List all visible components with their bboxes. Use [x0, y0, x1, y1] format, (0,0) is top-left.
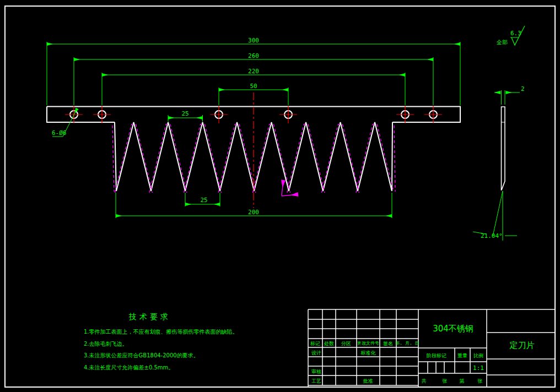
dim-tooth-pitch-bottom: 25	[200, 197, 207, 204]
sheet-total-unit: 张	[443, 378, 448, 384]
sheet-no-unit: 张	[478, 378, 483, 384]
dim-edge-angle: 21.04°	[481, 232, 503, 239]
scale-label: 比例	[473, 353, 483, 358]
rev-header-signature: 签名	[383, 341, 393, 346]
tech-req-item: 2.去除毛刺飞边。	[84, 341, 128, 347]
rev-header-mark: 标记	[310, 341, 320, 346]
dim-center-span: 50	[250, 83, 257, 90]
roughness-value: 6.3	[510, 30, 521, 37]
rev-header-docno: 更改文件号	[357, 341, 379, 346]
roughness-scope: 全部	[496, 39, 508, 45]
dim-tooth-span: 200	[248, 209, 259, 216]
dim-hole-span-inner: 220	[248, 68, 259, 75]
sheet-no-label: 第	[460, 378, 465, 384]
role-standardization: 标准化	[360, 350, 376, 356]
tech-req-item: 3.未注形状公差应符合GB1804-2000的要求。	[84, 352, 199, 358]
cad-drawing-page: 300 260 220 50 25 25 200 6-Ø6 2	[0, 0, 560, 392]
rev-header-count: 处数	[324, 341, 334, 346]
weight-label: 重量	[457, 353, 467, 358]
thickness-dim	[494, 90, 520, 105]
scale-value: 1:1	[473, 364, 484, 372]
side-view: 2 21.04°	[473, 85, 525, 241]
surface-finish-note: 6.3 全部	[496, 26, 525, 45]
tech-req-item: 1.零件加工表面上，不应有划痕、擦伤等损伤零件表面的缺陷。	[84, 329, 238, 335]
side-view-outline	[502, 107, 505, 190]
dim-hole-span-outer: 260	[248, 52, 259, 59]
rev-header-date: 年. 月. 日	[395, 341, 419, 346]
part-name: 定刀片	[509, 340, 535, 350]
stage-mark-label: 阶段标记	[427, 353, 446, 358]
role-process: 工艺	[311, 378, 321, 384]
dim-tooth-pitch-top: 25	[181, 110, 189, 117]
role-design: 设计	[311, 350, 321, 356]
holes-callout-label: 6-Ø6	[52, 129, 67, 137]
material-label: 304不锈钢	[433, 324, 473, 334]
role-approve: 批准	[363, 378, 373, 384]
dim-thickness: 2	[521, 85, 525, 92]
tech-req-item: 4.未注长度尺寸允许偏差±0.5mm。	[84, 364, 174, 371]
tech-requirements-title: 技术要求	[128, 312, 171, 321]
rev-header-zone: 分区	[341, 341, 351, 346]
tech-requirements: 技术要求 1.零件加工表面上，不应有划痕、擦伤等损伤零件表面的缺陷。 2.去除毛…	[84, 312, 238, 371]
main-view: 300 260 220 50 25 25 200 6-Ø6	[47, 37, 460, 218]
sheet-total-label: 共	[422, 378, 427, 384]
role-review: 审核	[311, 369, 321, 374]
drawing-canvas: 300 260 220 50 25 25 200 6-Ø6 2	[0, 0, 560, 392]
dim-overall-length: 300	[248, 37, 259, 44]
